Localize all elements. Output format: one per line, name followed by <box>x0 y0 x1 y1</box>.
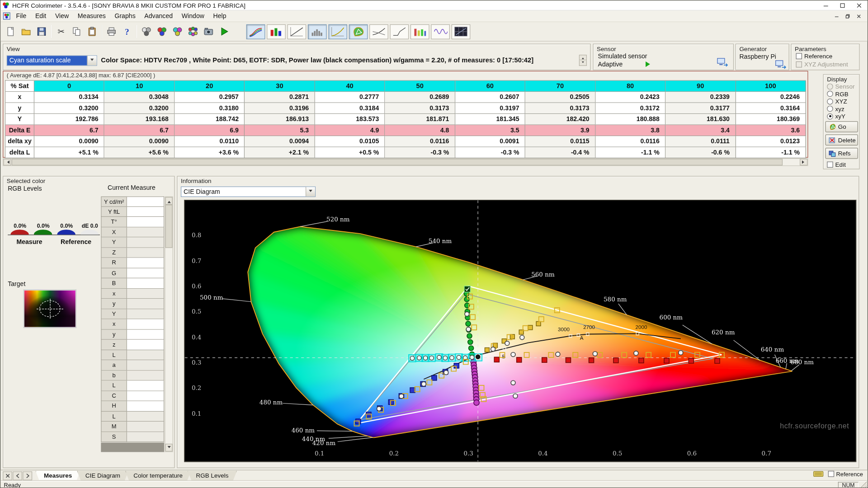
measure-point[interactable] <box>664 358 669 363</box>
measure-value-cell[interactable] <box>127 371 164 381</box>
scroll-down-button[interactable] <box>165 444 173 451</box>
view-near-black-button[interactable] <box>390 24 409 39</box>
table-cell[interactable]: 0.3177 <box>665 103 736 114</box>
table-cell[interactable]: 0.0111 <box>665 136 736 147</box>
tab-measures[interactable]: Measures <box>36 471 80 481</box>
measure-value-cell[interactable] <box>127 299 164 309</box>
table-cell[interactable]: 6.9 <box>175 125 245 136</box>
scroll-up-button[interactable] <box>165 197 173 205</box>
measure-primaries-button[interactable] <box>154 24 170 39</box>
measure-value-cell[interactable] <box>127 309 164 319</box>
new-file-button[interactable] <box>3 24 18 39</box>
table-cell[interactable]: 0.3173 <box>385 103 455 114</box>
maximize-button[interactable] <box>834 0 851 10</box>
menu-item-help[interactable]: Help <box>209 12 231 21</box>
measure-value-cell[interactable] <box>127 422 164 432</box>
table-cell[interactable]: 0.2339 <box>665 92 736 103</box>
measure-vscrollbar[interactable] <box>165 197 173 452</box>
measure-point[interactable] <box>593 352 597 356</box>
menu-item-view[interactable]: View <box>51 12 73 21</box>
measure-point[interactable] <box>613 358 618 363</box>
mdi-minimize-button[interactable] <box>831 12 842 20</box>
table-cell[interactable]: 0.0094 <box>245 136 315 147</box>
selected-measure-point[interactable] <box>468 354 476 361</box>
selected-measure-point[interactable] <box>435 354 443 361</box>
measure-point[interactable] <box>399 394 404 399</box>
spinner-down-button[interactable] <box>579 60 587 66</box>
view-cie-diagram-button[interactable] <box>349 24 368 39</box>
measure-value-cell[interactable] <box>127 380 164 391</box>
measure-point[interactable] <box>511 380 515 385</box>
radio-xyz[interactable]: xyz <box>827 105 844 112</box>
measure-point[interactable] <box>634 351 638 356</box>
table-cell[interactable]: 182.420 <box>525 114 595 125</box>
measure-point[interactable] <box>410 388 415 393</box>
menu-item-edit[interactable]: Edit <box>31 12 51 21</box>
measure-value-cell[interactable] <box>127 237 164 248</box>
mdi-restore-button[interactable] <box>842 12 853 20</box>
menu-item-graphs[interactable]: Graphs <box>110 12 140 21</box>
capture-measure-button[interactable] <box>201 24 216 39</box>
table-cell[interactable]: 0.3196 <box>245 103 315 114</box>
measure-point[interactable] <box>466 327 471 332</box>
table-cell[interactable]: 0.0090 <box>34 136 104 147</box>
cut-button[interactable]: ✂ <box>53 24 69 39</box>
measure-point[interactable] <box>556 352 560 357</box>
measure-point[interactable] <box>511 352 515 357</box>
table-cell[interactable]: 0.2957 <box>175 92 245 103</box>
measure-point[interactable] <box>566 357 571 362</box>
scrollbar-thumb[interactable] <box>12 159 783 165</box>
cie-chart[interactable]: 0.10.20.30.40.50.60.70.10.20.30.40.50.60… <box>184 200 856 462</box>
spinner-up-button[interactable] <box>579 55 587 60</box>
measure-value-cell[interactable] <box>127 217 164 227</box>
help-button[interactable]: ? <box>119 24 135 39</box>
copy-button[interactable] <box>69 24 84 39</box>
view-grayscale-button[interactable] <box>288 24 307 39</box>
table-cell[interactable]: -1.1 % <box>595 147 665 158</box>
minimize-button[interactable] <box>817 0 834 10</box>
measure-point[interactable] <box>505 341 509 346</box>
measure-point[interactable] <box>639 358 644 363</box>
table-cell[interactable]: -1.1 % <box>736 147 806 158</box>
view-rgb-levels-button[interactable] <box>267 24 286 39</box>
table-cell[interactable]: 4.9 <box>315 125 385 136</box>
view-luminance-button[interactable] <box>328 24 347 39</box>
go-button[interactable]: Go <box>826 121 858 132</box>
table-cell[interactable]: -0.4 % <box>525 147 595 158</box>
table-cell[interactable]: 188.742 <box>175 114 245 125</box>
table-cell[interactable]: 3.5 <box>455 125 525 136</box>
table-cell[interactable]: -0.6 % <box>665 147 736 158</box>
measure-point[interactable] <box>466 321 471 326</box>
table-cell[interactable]: 181.871 <box>385 114 455 125</box>
view-color-temperature-button[interactable] <box>410 24 429 39</box>
table-cell[interactable]: 6.7 <box>104 125 175 136</box>
menu-item-advanced[interactable]: Advanced <box>140 12 177 21</box>
measure-point[interactable] <box>377 407 382 411</box>
table-cell[interactable]: 186.913 <box>245 114 315 125</box>
measure-value-cell[interactable] <box>127 411 164 422</box>
view-selector[interactable]: Cyan saturation scale <box>7 55 97 66</box>
table-cell[interactable]: 181.345 <box>455 114 525 125</box>
checkbox-icon[interactable] <box>827 161 833 167</box>
view-contrast-button[interactable] <box>369 24 388 39</box>
scrollbar-thumb[interactable] <box>165 205 173 248</box>
table-cell[interactable]: 3.8 <box>595 125 665 136</box>
measure-point[interactable] <box>474 400 479 405</box>
measure-point[interactable] <box>528 325 533 330</box>
measure-point[interactable] <box>513 394 518 398</box>
measure-value-cell[interactable] <box>127 432 164 442</box>
table-cell[interactable]: 0.2689 <box>385 92 455 103</box>
measure-value-cell[interactable] <box>127 258 164 268</box>
table-cell[interactable]: 0.0105 <box>315 136 385 147</box>
scroll-right-button[interactable] <box>800 159 807 165</box>
table-cell[interactable]: 6.7 <box>34 125 104 136</box>
radio-xyy[interactable]: xyY <box>827 113 845 120</box>
table-cell[interactable]: 0.2246 <box>736 92 806 103</box>
table-cell[interactable]: 0.3164 <box>736 103 806 114</box>
measure-value-cell[interactable] <box>127 319 164 330</box>
menu-item-window[interactable]: Window <box>177 12 209 21</box>
measure-point[interactable] <box>542 357 547 362</box>
measure-value-cell[interactable] <box>127 206 164 217</box>
resize-grip[interactable] <box>861 481 867 487</box>
measure-value-cell[interactable] <box>127 289 164 299</box>
